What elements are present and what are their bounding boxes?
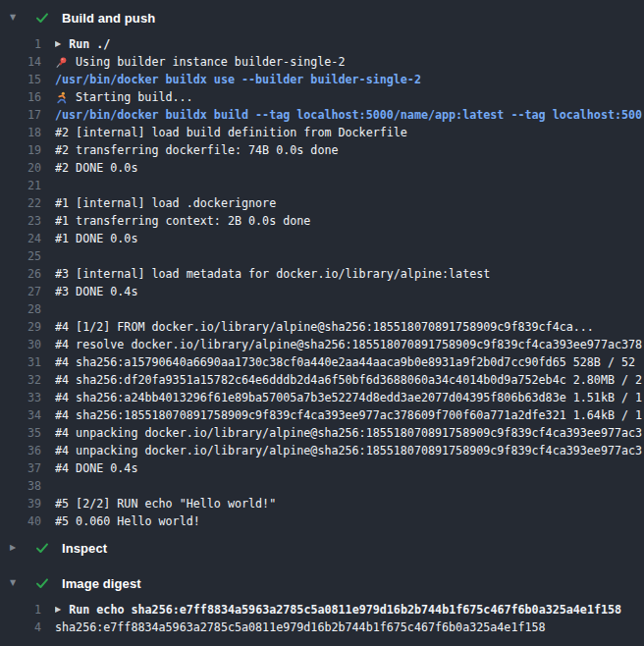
line-number[interactable]: 37	[0, 459, 41, 477]
log-line: 33#4 sha256:a24bb4013296f61e89ba57005a7b…	[0, 389, 644, 406]
line-number[interactable]: 1	[0, 35, 41, 53]
caret-down-icon: ▼	[10, 14, 22, 22]
line-number[interactable]: 16	[0, 88, 41, 106]
log-line-content: #1 transferring context: 2B 0.0s done	[55, 212, 644, 230]
log-line-content	[55, 177, 644, 194]
line-number[interactable]: 28	[0, 300, 41, 318]
log-line-content: Starting build...	[55, 88, 644, 106]
log-text: Starting build...	[76, 88, 193, 106]
log-line: 16Starting build...	[0, 88, 644, 106]
log-text: #4 unpacking docker.io/library/alpine@sh…	[55, 424, 642, 442]
log-line: 24#1 DONE 0.0s	[0, 230, 644, 247]
log-line: 26#3 [internal] load metadata for docker…	[0, 265, 644, 283]
log-text: #1 [internal] load .dockerignore	[55, 194, 276, 212]
line-number[interactable]: 24	[0, 230, 41, 247]
line-number[interactable]: 39	[0, 495, 41, 512]
line-number[interactable]: 33	[0, 389, 41, 406]
log-line-content: #2 DONE 0.0s	[55, 159, 644, 177]
log-line: 29#4 [1/2] FROM docker.io/library/alpine…	[0, 318, 644, 336]
log-line-content: #5 [2/2] RUN echo "Hello world!"	[55, 495, 644, 512]
log-line: 30#4 resolve docker.io/library/alpine@sh…	[0, 336, 644, 353]
log-line-content: /usr/bin/docker buildx build --tag local…	[55, 106, 644, 124]
log-line-content: #4 resolve docker.io/library/alpine@sha2…	[55, 336, 644, 353]
expander-icon[interactable]: ▶	[55, 606, 61, 614]
log-line-content	[55, 300, 644, 318]
log-line: 32#4 sha256:df20fa9351a15782c64e6dddb2d4…	[0, 371, 644, 389]
log-text: Run echo sha256:e7ff8834a5963a2785c5a081…	[69, 601, 621, 619]
log-line: 34#4 sha256:185518070891758909c9f839cf4c…	[0, 406, 644, 424]
log-line: 38	[0, 477, 644, 495]
line-number[interactable]: 38	[0, 477, 41, 495]
line-number[interactable]: 25	[0, 247, 41, 265]
step-log-lines: 1▶Run echo sha256:e7ff8834a5963a2785c5a0…	[0, 601, 644, 636]
line-number[interactable]: 27	[0, 283, 41, 300]
step-header-image-digest[interactable]: ▼Image digest	[0, 565, 644, 601]
line-number[interactable]: 1	[0, 601, 41, 619]
line-number[interactable]: 17	[0, 106, 41, 124]
log-line-content: sha256:e7ff8834a5963a2785c5a0811e979d16b…	[55, 619, 644, 636]
line-number[interactable]: 36	[0, 442, 41, 459]
log-text: Run ./	[69, 35, 110, 53]
log-line-content	[55, 477, 644, 495]
log-line-content	[55, 247, 644, 265]
log-text: #3 [internal] load metadata for docker.i…	[55, 265, 490, 283]
line-number[interactable]: 29	[0, 318, 41, 336]
line-number[interactable]: 40	[0, 512, 41, 530]
line-number[interactable]: 34	[0, 406, 41, 424]
expander-icon[interactable]: ▶	[55, 40, 61, 48]
log-line: 37#4 DONE 0.4s	[0, 459, 644, 477]
log-line: 14Using builder instance builder-single-…	[0, 53, 644, 71]
log-text: #4 DONE 0.4s	[55, 459, 137, 477]
step-header-inspect[interactable]: ▶Inspect	[0, 530, 644, 565]
log-text: #3 DONE 0.4s	[55, 283, 137, 300]
log-text: #1 transferring context: 2B 0.0s done	[55, 212, 310, 230]
line-number[interactable]: 23	[0, 212, 41, 230]
log-line: 20#2 DONE 0.0s	[0, 159, 644, 177]
line-number[interactable]: 26	[0, 265, 41, 283]
step-log-lines: 1▶Run ./14Using builder instance builder…	[0, 35, 644, 530]
log-line-content: #1 DONE 0.0s	[55, 230, 644, 247]
log-line: 21	[0, 177, 644, 194]
log-line-content: #4 DONE 0.4s	[55, 459, 644, 477]
step-title: Build and push	[62, 11, 155, 26]
step-title: Image digest	[62, 576, 141, 591]
log-text: #4 sha256:a24bb4013296f61e89ba57005a7b3e…	[55, 389, 642, 406]
log-line-content: #5 0.060 Hello world!	[55, 512, 644, 530]
line-number[interactable]: 14	[0, 53, 41, 71]
line-number[interactable]: 35	[0, 424, 41, 442]
log-line-content: #4 sha256:a24bb4013296f61e89ba57005a7b3e…	[55, 389, 644, 406]
log-line-content: Using builder instance builder-single-2	[55, 53, 644, 71]
log-line-content: #3 [internal] load metadata for docker.i…	[55, 265, 644, 283]
line-number[interactable]: 15	[0, 71, 41, 88]
log-line-content: ▶Run ./	[55, 35, 644, 53]
line-number[interactable]: 20	[0, 159, 41, 177]
line-number[interactable]: 32	[0, 371, 41, 389]
log-line-content: /usr/bin/docker buildx use --builder bui…	[55, 71, 644, 88]
log-line-content: #4 sha256:a15790640a6690aa1730c38cf0a440…	[55, 353, 644, 371]
log-line: 25	[0, 247, 644, 265]
log-line-content: ▶Run echo sha256:e7ff8834a5963a2785c5a08…	[55, 601, 644, 619]
line-number[interactable]: 30	[0, 336, 41, 353]
step-header-build-and-push[interactable]: ▼Build and push	[0, 0, 644, 35]
log-text: Using builder instance builder-single-2	[76, 53, 345, 71]
log-text: #4 unpacking docker.io/library/alpine@sh…	[55, 442, 642, 459]
log-line: 19#2 transferring dockerfile: 74B 0.0s d…	[0, 141, 644, 159]
line-number[interactable]: 4	[0, 619, 41, 636]
log-line: 36#4 unpacking docker.io/library/alpine@…	[0, 442, 644, 459]
log-line: 27#3 DONE 0.4s	[0, 283, 644, 300]
log-line-content: #2 [internal] load build definition from…	[55, 124, 644, 141]
log-text: /usr/bin/docker buildx build --tag local…	[55, 106, 642, 124]
line-number[interactable]: 18	[0, 124, 41, 141]
line-number[interactable]: 22	[0, 194, 41, 212]
line-number[interactable]: 19	[0, 141, 41, 159]
log-line: 23#1 transferring context: 2B 0.0s done	[0, 212, 644, 230]
log-line: 1▶Run echo sha256:e7ff8834a5963a2785c5a0…	[0, 601, 644, 619]
log-line-content: #4 sha256:df20fa9351a15782c64e6dddb2d4a6…	[55, 371, 644, 389]
pushpin-icon	[55, 56, 68, 69]
log-text: #2 transferring dockerfile: 74B 0.0s don…	[55, 141, 339, 159]
line-number[interactable]: 21	[0, 177, 41, 194]
log-text: #2 DONE 0.0s	[55, 159, 137, 177]
log-line-content: #4 unpacking docker.io/library/alpine@sh…	[55, 424, 644, 442]
line-number[interactable]: 31	[0, 353, 41, 371]
log-line-content: #4 [1/2] FROM docker.io/library/alpine@s…	[55, 318, 644, 336]
